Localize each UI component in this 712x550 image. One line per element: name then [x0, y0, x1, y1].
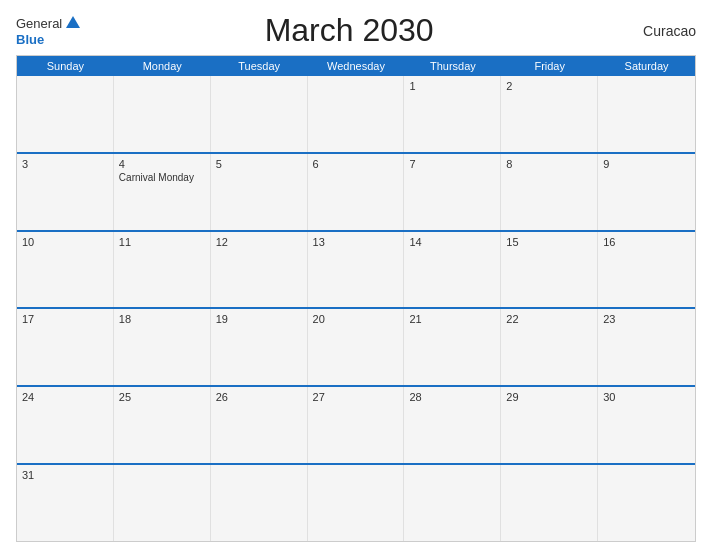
day-cell: 16	[598, 232, 695, 308]
day-cell: 8	[501, 154, 598, 230]
day-number: 3	[22, 158, 108, 170]
day-cell: 1	[404, 76, 501, 152]
day-number: 7	[409, 158, 495, 170]
header: General Blue March 2030 Curacao	[16, 12, 696, 49]
region-label: Curacao	[616, 23, 696, 39]
day-cell: 3	[17, 154, 114, 230]
day-number: 22	[506, 313, 592, 325]
logo-icon	[64, 14, 82, 32]
day-number: 17	[22, 313, 108, 325]
day-cell: 30	[598, 387, 695, 463]
day-cell: 13	[308, 232, 405, 308]
day-header-tuesday: Tuesday	[211, 56, 308, 76]
day-cell: 31	[17, 465, 114, 541]
day-cell: 23	[598, 309, 695, 385]
day-number: 5	[216, 158, 302, 170]
day-cell	[501, 465, 598, 541]
day-number: 27	[313, 391, 399, 403]
calendar: SundayMondayTuesdayWednesdayThursdayFrid…	[16, 55, 696, 542]
day-number: 23	[603, 313, 690, 325]
day-cell: 21	[404, 309, 501, 385]
day-cell: 10	[17, 232, 114, 308]
day-cell: 19	[211, 309, 308, 385]
day-cell	[308, 465, 405, 541]
day-number: 2	[506, 80, 592, 92]
day-cell: 26	[211, 387, 308, 463]
day-header-thursday: Thursday	[404, 56, 501, 76]
day-header-friday: Friday	[501, 56, 598, 76]
day-cell: 9	[598, 154, 695, 230]
day-cell: 25	[114, 387, 211, 463]
day-cell	[308, 76, 405, 152]
logo: General Blue	[16, 14, 82, 47]
day-cell	[211, 76, 308, 152]
day-header-monday: Monday	[114, 56, 211, 76]
day-cell	[404, 465, 501, 541]
day-cell	[598, 76, 695, 152]
day-cell: 6	[308, 154, 405, 230]
week-row-5: 31	[17, 463, 695, 541]
day-number: 18	[119, 313, 205, 325]
day-number: 30	[603, 391, 690, 403]
day-cell: 5	[211, 154, 308, 230]
day-cell: 17	[17, 309, 114, 385]
day-number: 16	[603, 236, 690, 248]
day-cell: 2	[501, 76, 598, 152]
day-cell: 11	[114, 232, 211, 308]
week-row-1: 34Carnival Monday56789	[17, 152, 695, 230]
day-header-sunday: Sunday	[17, 56, 114, 76]
day-cell: 18	[114, 309, 211, 385]
logo-blue-text: Blue	[16, 32, 44, 47]
week-row-3: 17181920212223	[17, 307, 695, 385]
svg-marker-0	[66, 16, 80, 28]
week-row-0: 12	[17, 76, 695, 152]
day-number: 9	[603, 158, 690, 170]
day-number: 10	[22, 236, 108, 248]
day-cell: 24	[17, 387, 114, 463]
logo-general-text: General	[16, 16, 62, 31]
day-cell: 12	[211, 232, 308, 308]
day-number: 13	[313, 236, 399, 248]
day-cell	[114, 76, 211, 152]
day-number: 4	[119, 158, 205, 170]
day-header-wednesday: Wednesday	[308, 56, 405, 76]
day-number: 11	[119, 236, 205, 248]
day-cell: 27	[308, 387, 405, 463]
day-number: 12	[216, 236, 302, 248]
day-headers-row: SundayMondayTuesdayWednesdayThursdayFrid…	[17, 56, 695, 76]
day-cell: 15	[501, 232, 598, 308]
day-number: 21	[409, 313, 495, 325]
page: General Blue March 2030 Curacao SundayMo…	[0, 0, 712, 550]
day-number: 19	[216, 313, 302, 325]
day-number: 6	[313, 158, 399, 170]
day-number: 20	[313, 313, 399, 325]
day-cell: 20	[308, 309, 405, 385]
day-number: 24	[22, 391, 108, 403]
day-cell	[114, 465, 211, 541]
day-number: 15	[506, 236, 592, 248]
week-row-2: 10111213141516	[17, 230, 695, 308]
weeks-container: 1234Carnival Monday567891011121314151617…	[17, 76, 695, 541]
day-cell: 7	[404, 154, 501, 230]
day-number: 25	[119, 391, 205, 403]
day-cell	[211, 465, 308, 541]
event-label: Carnival Monday	[119, 172, 205, 184]
day-number: 8	[506, 158, 592, 170]
day-number: 1	[409, 80, 495, 92]
day-cell	[17, 76, 114, 152]
calendar-title: March 2030	[82, 12, 616, 49]
day-cell: 14	[404, 232, 501, 308]
day-number: 29	[506, 391, 592, 403]
day-header-saturday: Saturday	[598, 56, 695, 76]
day-number: 26	[216, 391, 302, 403]
day-number: 14	[409, 236, 495, 248]
day-cell	[598, 465, 695, 541]
day-cell: 4Carnival Monday	[114, 154, 211, 230]
day-cell: 28	[404, 387, 501, 463]
day-cell: 22	[501, 309, 598, 385]
day-number: 28	[409, 391, 495, 403]
day-cell: 29	[501, 387, 598, 463]
day-number: 31	[22, 469, 108, 481]
week-row-4: 24252627282930	[17, 385, 695, 463]
